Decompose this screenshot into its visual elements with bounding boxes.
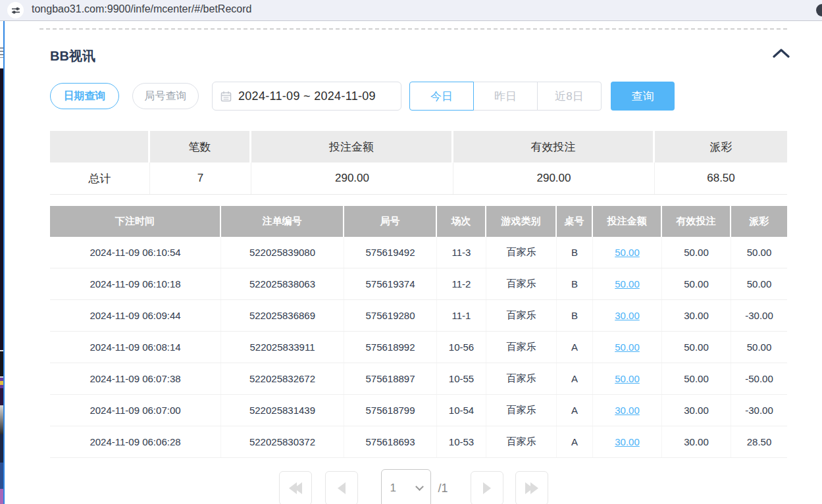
last-page-button[interactable] xyxy=(515,471,548,504)
cell-session: 10-56 xyxy=(437,332,486,363)
table-row: 2024-11-09 06:07:00 522025831439 5756187… xyxy=(50,395,787,426)
quick-yesterday-button[interactable]: 昨日 xyxy=(473,82,538,111)
cell-game-type: 百家乐 xyxy=(486,332,557,363)
table-row: 2024-11-09 06:07:38 522025832672 5756188… xyxy=(50,363,787,395)
cell-session: 10-55 xyxy=(437,363,486,394)
cell-bet-id: 522025831439 xyxy=(221,395,344,426)
date-range-input[interactable]: 2024-11-09 ~ 2024-11-09 xyxy=(212,82,401,111)
background-page-strip xyxy=(0,21,5,504)
cell-round-no: 575618897 xyxy=(344,363,437,394)
cell-bet-time: 2024-11-09 06:09:44 xyxy=(50,300,221,331)
panel-title: BB视讯 xyxy=(50,49,95,63)
cell-round-no: 575618693 xyxy=(344,426,437,457)
cell-payout: -30.00 xyxy=(731,300,787,331)
cell-valid-bet: 50.00 xyxy=(662,363,731,394)
table-row: 2024-11-09 06:09:44 522025836869 5756192… xyxy=(50,300,787,332)
search-button[interactable]: 查询 xyxy=(611,82,675,111)
header-session: 场次 xyxy=(437,206,486,237)
summary-header-bet-amount: 投注金额 xyxy=(251,131,453,163)
bet-record-panel: BB视讯 日期查询 局号查询 2024-11-09 ~ 20 xyxy=(5,21,822,504)
current-page-value: 1 xyxy=(390,482,396,495)
summary-total-bet-amount: 290.00 xyxy=(251,163,453,194)
first-page-button[interactable] xyxy=(279,471,312,504)
header-bet-id: 注单编号 xyxy=(221,206,344,237)
cell-valid-bet: 30.00 xyxy=(662,426,731,457)
browser-account-icon[interactable] xyxy=(816,4,822,16)
cell-bet-amount: 50.00 xyxy=(593,363,662,394)
cell-bet-id: 522025836869 xyxy=(221,300,344,331)
cell-bet-time: 2024-11-09 06:07:00 xyxy=(50,395,221,426)
cell-valid-bet: 50.00 xyxy=(662,268,731,299)
header-bet-amount: 投注金额 xyxy=(593,206,662,237)
cell-bet-id: 522025839080 xyxy=(221,237,344,268)
cell-table-no: B xyxy=(557,268,593,299)
bet-amount-link[interactable]: 30.00 xyxy=(615,436,640,447)
header-bet-time: 下注时间 xyxy=(50,206,221,237)
cell-session: 11-1 xyxy=(437,300,486,331)
left-arrow-icon xyxy=(338,482,346,494)
next-page-button[interactable] xyxy=(471,471,503,504)
page-select[interactable]: 1 xyxy=(381,469,431,504)
cell-bet-time: 2024-11-09 06:10:18 xyxy=(50,268,221,299)
cell-bet-amount: 30.00 xyxy=(593,300,662,331)
cell-table-no: A xyxy=(557,332,593,363)
cell-round-no: 575619280 xyxy=(344,300,437,331)
quick-range-group: 今日 昨日 近8日 xyxy=(409,82,602,111)
chevron-up-icon[interactable] xyxy=(773,49,790,61)
cell-bet-amount: 50.00 xyxy=(593,332,662,363)
cell-bet-time: 2024-11-09 06:08:14 xyxy=(50,332,221,363)
summary-total-payout: 68.50 xyxy=(655,163,787,194)
summary-header-valid-bet: 有效投注 xyxy=(453,131,655,163)
summary-total-row: 总计 7 290.00 290.00 68.50 xyxy=(50,163,787,195)
cell-valid-bet: 50.00 xyxy=(662,237,731,268)
bet-amount-link[interactable]: 30.00 xyxy=(615,405,640,416)
cell-payout: -30.00 xyxy=(731,395,787,426)
bet-amount-link[interactable]: 50.00 xyxy=(615,278,640,290)
chevron-down-icon xyxy=(416,482,424,491)
prev-page-button[interactable] xyxy=(325,471,358,504)
browser-url-bar[interactable]: tongbao31.com:9900/infe/mcenter/#/betRec… xyxy=(0,0,822,21)
summary-total-valid-bet: 290.00 xyxy=(453,163,655,194)
cell-valid-bet: 30.00 xyxy=(662,300,731,331)
quick-today-button[interactable]: 今日 xyxy=(409,82,474,111)
cell-bet-amount: 30.00 xyxy=(593,426,662,457)
cell-round-no: 575618992 xyxy=(344,332,437,363)
summary-header-row: 笔数 投注金额 有效投注 派彩 xyxy=(50,131,787,163)
cell-game-type: 百家乐 xyxy=(486,363,557,394)
cell-bet-time: 2024-11-09 06:06:28 xyxy=(50,426,221,457)
cell-bet-time: 2024-11-09 06:07:38 xyxy=(50,363,221,394)
date-query-tab[interactable]: 日期查询 xyxy=(50,83,119,109)
table-header-row: 下注时间 注单编号 局号 场次 游戏类别 桌号 投注金额 有效投注 派彩 xyxy=(50,206,787,237)
summary-header-payout: 派彩 xyxy=(655,131,787,163)
screen: tongbao31.com:9900/infe/mcenter/#/betRec… xyxy=(0,0,822,504)
header-game-type: 游戏类别 xyxy=(486,206,557,237)
right-arrow-icon xyxy=(483,482,491,494)
summary-header-count: 笔数 xyxy=(150,131,251,163)
bet-amount-link[interactable]: 50.00 xyxy=(615,341,640,353)
site-permissions-icon[interactable] xyxy=(7,2,24,18)
cell-valid-bet: 50.00 xyxy=(662,332,731,363)
panel-edge-highlight xyxy=(3,21,5,504)
pagination: 1 /1 xyxy=(5,471,822,504)
cell-game-type: 百家乐 xyxy=(486,237,557,268)
header-round-no: 局号 xyxy=(344,206,437,237)
bet-amount-link[interactable]: 50.00 xyxy=(615,373,640,384)
bet-amount-link[interactable]: 30.00 xyxy=(615,310,640,321)
cell-bet-id: 522025838063 xyxy=(221,268,344,299)
round-query-tab[interactable]: 局号查询 xyxy=(132,83,199,109)
bet-amount-link[interactable]: 50.00 xyxy=(615,247,640,258)
cell-payout: 50.00 xyxy=(731,332,787,363)
quick-last8days-button[interactable]: 近8日 xyxy=(537,82,602,111)
cell-payout: 28.50 xyxy=(731,426,787,457)
cell-round-no: 575619492 xyxy=(344,237,437,268)
url-text[interactable]: tongbao31.com:9900/infe/mcenter/#/betRec… xyxy=(32,3,251,15)
cell-round-no: 575618799 xyxy=(344,395,437,426)
summary-total-label: 总计 xyxy=(50,163,150,194)
cell-bet-id: 522025833911 xyxy=(221,332,344,363)
header-table-no: 桌号 xyxy=(557,206,593,237)
cell-valid-bet: 30.00 xyxy=(662,395,731,426)
date-range-value: 2024-11-09 ~ 2024-11-09 xyxy=(238,89,376,103)
table-body: 2024-11-09 06:10:54 522025839080 5756194… xyxy=(50,237,787,458)
cell-game-type: 百家乐 xyxy=(486,395,557,426)
cell-session: 10-53 xyxy=(437,426,486,457)
